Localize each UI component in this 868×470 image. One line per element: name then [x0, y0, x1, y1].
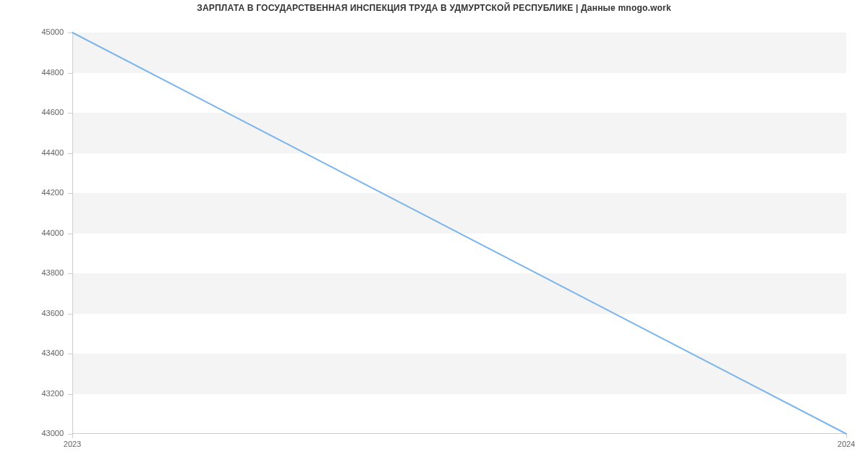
y-tick-mark	[68, 354, 72, 354]
y-tick-label: 45000	[6, 27, 64, 36]
y-tick-mark	[68, 33, 72, 33]
y-tick-label: 43400	[6, 349, 64, 357]
y-tick-label: 44000	[6, 228, 64, 237]
y-tick-label: 43800	[6, 268, 64, 277]
y-tick-mark	[68, 153, 72, 154]
y-tick-label: 44800	[6, 68, 64, 77]
y-tick-mark	[68, 73, 72, 74]
y-tick-label: 43200	[6, 389, 64, 398]
chart-title: ЗАРПЛАТА В ГОСУДАРСТВЕННАЯ ИНСПЕКЦИЯ ТРУ…	[0, 3, 868, 13]
y-tick-mark	[68, 273, 72, 274]
y-tick-label: 44200	[6, 188, 64, 197]
y-tick-mark	[68, 394, 72, 395]
x-tick-label: 2023	[64, 440, 81, 448]
x-tick-label: 2024	[838, 440, 855, 448]
chart-container: ЗАРПЛАТА В ГОСУДАРСТВЕННАЯ ИНСПЕКЦИЯ ТРУ…	[0, 0, 868, 470]
line-series-svg	[72, 33, 846, 434]
y-tick-mark	[68, 193, 72, 194]
y-tick-label: 44600	[6, 108, 64, 116]
x-tick-mark	[846, 434, 847, 438]
plot-area: 4300043200434004360043800440004420044400…	[72, 33, 846, 434]
x-tick-mark	[72, 434, 73, 438]
series-line	[72, 33, 846, 434]
y-tick-mark	[68, 314, 72, 315]
y-tick-mark	[68, 113, 72, 114]
y-tick-label: 43000	[6, 429, 64, 437]
y-tick-label: 43600	[6, 309, 64, 317]
y-tick-mark	[68, 234, 72, 234]
y-tick-label: 44400	[6, 148, 64, 157]
